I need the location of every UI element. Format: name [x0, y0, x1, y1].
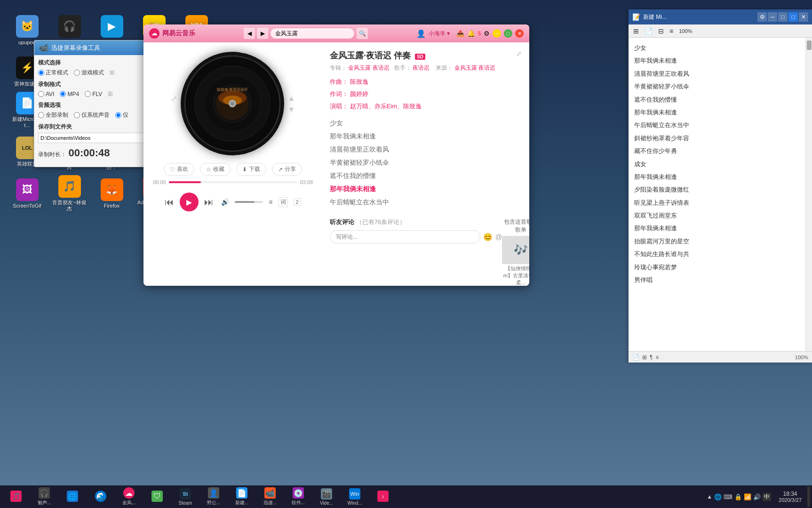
word-lyric-item[interactable]: 听见梁上燕子诉情表 [632, 196, 802, 209]
desktop-icon-screentogif[interactable]: 🖼 ScreenToGif [9, 175, 45, 212]
tray-input-icon[interactable]: 中 [763, 493, 771, 501]
taskbar-doc-item[interactable]: 📄 新建... [228, 486, 256, 507]
word-lyric-item[interactable]: 那年我俩未相逢 [632, 170, 802, 183]
comment-input[interactable] [330, 230, 480, 243]
word-tool-zoom[interactable]: 100% [677, 27, 694, 35]
player-maximize-button[interactable]: □ [504, 29, 512, 38]
all-audio-option[interactable]: 全部录制 [38, 111, 68, 119]
expand-player-icon[interactable]: ⤢ [516, 50, 522, 57]
performer-value[interactable]: 赵万晴、亦乐Eim、陈致逸 [350, 103, 422, 110]
taskbar-steam-item[interactable]: St Steam [171, 486, 199, 507]
avi-radio[interactable] [38, 91, 44, 97]
player-search-button[interactable]: 🔍 [357, 28, 368, 39]
playlist-icon[interactable]: ≡ [269, 198, 272, 206]
taskbar-music-item[interactable]: ☁ 金风... [115, 486, 143, 507]
word-tool-doc[interactable]: 📄 [643, 26, 654, 36]
all-audio-radio[interactable] [38, 112, 44, 118]
collect-button[interactable]: ☆ 收藏 [200, 163, 231, 176]
word-lyric-item[interactable]: 藏不住你少年勇 [632, 145, 802, 157]
tray-volume-icon[interactable]: 🔊 [753, 493, 761, 500]
word-lyric-item[interactable]: 斜裙纱袍罩着少年容 [632, 132, 802, 145]
desktop-icon-firefox[interactable]: 🦊 Firefox [94, 175, 129, 212]
scroll-down-icon[interactable]: ▼ [288, 105, 295, 114]
player-minimize-button[interactable]: ─ [493, 29, 501, 38]
prev-button[interactable]: ⏮ [165, 197, 174, 208]
word-lyric-item[interactable]: 男伴唱 [632, 274, 802, 286]
word-lyric-item[interactable]: 遮不住我的懵懂 [632, 93, 802, 106]
next-button[interactable]: ⏭ [204, 197, 214, 208]
desktop-icon-music-friend[interactable]: 🎵 音普朋友~林俊杰 [52, 175, 87, 212]
word-tool-align[interactable]: ≡ [668, 26, 675, 36]
tray-keyboard-icon[interactable]: ⌨ [724, 493, 732, 500]
tray-expand-icon[interactable]: ▲ [707, 493, 712, 500]
player-search-input[interactable] [270, 28, 355, 39]
sys-audio-radio[interactable] [74, 112, 80, 118]
progress-track[interactable] [169, 181, 297, 183]
expand-icon[interactable]: ⤢ [171, 94, 177, 103]
word-lyric-item[interactable]: 抬眼霜河万里的星空 [632, 235, 802, 248]
scroll-up-icon[interactable]: ▲ [288, 94, 295, 103]
taskbar-audio-item[interactable]: 🎧 魅声... [30, 486, 58, 507]
word-lyric-item[interactable]: 那年我俩未相逢 [632, 222, 802, 234]
game-mode-radio[interactable] [74, 70, 80, 76]
word-lyric-item[interactable]: 那年我俩未相逢 [632, 54, 802, 67]
taskbar-start-button[interactable]: 🎵 [2, 486, 30, 507]
taskbar-win-item[interactable]: Win Wind... [341, 486, 369, 507]
player-close-button[interactable]: ✕ [515, 29, 524, 38]
tray-network-icon[interactable]: 🌐 [714, 493, 722, 500]
taskbar-browser-item[interactable]: 🌐 [58, 486, 87, 507]
word-restore-button[interactable]: □ [778, 12, 788, 22]
share-button[interactable]: ↗ 分享 [272, 163, 302, 176]
player-share-icon[interactable]: 📤 [456, 30, 464, 37]
tray-wifi-icon[interactable]: 📶 [744, 493, 751, 500]
player-settings-icon[interactable]: ⚙ [484, 30, 490, 37]
taskbar-music2-item[interactable]: ♪ [369, 486, 397, 507]
sys-audio-option[interactable]: 仅系统声音 [74, 111, 110, 119]
mp4-radio[interactable] [60, 91, 66, 97]
like-button[interactable]: ♡ 喜欢 [164, 163, 194, 176]
word-tool-table[interactable]: ⊟ [656, 26, 666, 36]
taskbar-edge-item[interactable]: 🌊 [87, 486, 115, 507]
mp4-option[interactable]: MP4 [60, 91, 79, 97]
word-lyric-item[interactable]: 午后蜻蜓立在水当中 [632, 119, 802, 131]
flv-radio[interactable] [85, 91, 91, 97]
download-button[interactable]: ⬇ 下载 [236, 163, 266, 176]
system-clock[interactable]: 18:34 2020/3/27 [775, 491, 805, 503]
word-close-button[interactable]: ✕ [799, 12, 808, 22]
taskbar-video-item[interactable]: 🎬 Vide... [312, 486, 341, 507]
word-lyric-item[interactable]: 夕阳染着脸庞微微红 [632, 183, 802, 196]
word-tool-btn[interactable]: ⊞ [631, 26, 641, 36]
volume-icon[interactable]: 🔊 [221, 198, 229, 206]
mic-audio-radio[interactable] [115, 112, 121, 118]
word-lyric-item[interactable]: 成女 [632, 158, 802, 170]
show-desktop-button[interactable] [807, 486, 810, 507]
lyricist-value[interactable]: 颜婷婷 [350, 90, 368, 97]
word-settings-button[interactable]: ⚙ [757, 12, 767, 22]
play-button[interactable]: ▶ [180, 193, 199, 211]
source-link[interactable]: 金风玉露 夜语迟 [454, 65, 495, 71]
word-lyric-item[interactable]: 双双飞过画堂东 [632, 209, 802, 222]
taskbar-guard-item[interactable]: 🛡 [143, 486, 171, 507]
tray-security-icon[interactable]: 🔒 [734, 493, 742, 500]
album-link[interactable]: 金风玉露 夜语迟 [348, 65, 389, 71]
lyrics-icon[interactable]: 词 [279, 197, 288, 207]
game-mode-option[interactable]: 游戏模式 [74, 69, 104, 77]
word-lyric-item[interactable]: 那年我俩未相逢 [632, 106, 802, 119]
player-forward-button[interactable]: ▶ [257, 28, 268, 39]
playlist-cover[interactable]: 🎶 [502, 236, 529, 264]
word-zoom-value[interactable]: 100% [795, 355, 808, 360]
mic-audio-option[interactable]: 仅 [115, 111, 128, 119]
flv-option[interactable]: FLV [85, 91, 102, 97]
taskbar-recorder-item[interactable]: 📹 迅捷... [256, 486, 284, 507]
player-back-button[interactable]: ◀ [244, 28, 255, 39]
emoji-icon[interactable]: 😊 [483, 233, 493, 242]
normal-mode-radio[interactable] [38, 70, 44, 76]
normal-mode-option[interactable]: 正常模式 [38, 69, 68, 77]
word-lyric-item[interactable]: 玲珑心事宛若梦 [632, 261, 802, 274]
word-lyric-item[interactable]: 不知此生路长谁与共 [632, 248, 802, 260]
word-minimize-button[interactable]: ─ [768, 12, 777, 22]
taskbar-software-item[interactable]: 💿 软件... [284, 486, 312, 507]
player-notification-icon[interactable]: 🔔 [467, 30, 475, 37]
volume-bar[interactable] [235, 201, 263, 203]
word-scrollbar[interactable] [805, 38, 812, 351]
